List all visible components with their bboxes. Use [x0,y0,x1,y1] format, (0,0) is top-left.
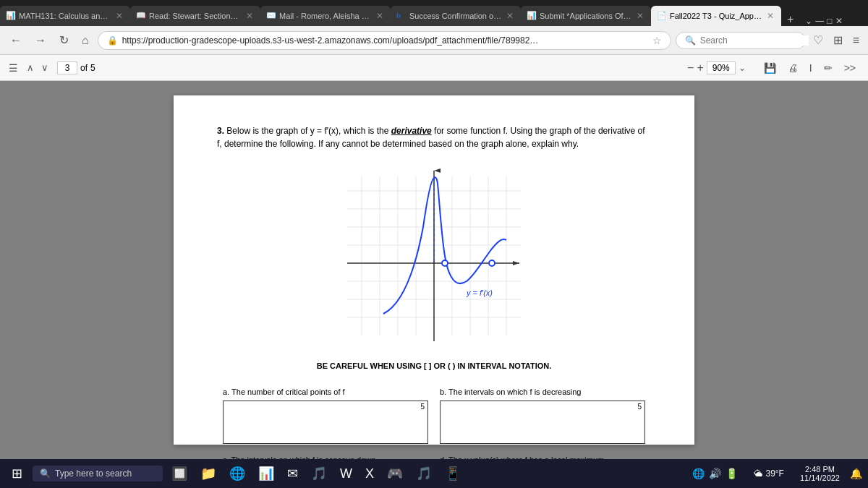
notification-button[interactable]: 🔔 [850,468,862,479]
search-bar[interactable]: 🔍 [676,32,806,49]
minimize-icon[interactable]: — [815,16,824,26]
tab-icon-submit: 📊 [527,11,537,21]
zoom-controls: − + ⌄ [687,61,746,74]
svg-point-22 [489,260,495,266]
taskbar-word-icon[interactable]: W [336,463,357,484]
temperature-label: 39°F [765,468,783,479]
tab-overflow: ⌄ — □ ✕ [799,16,848,26]
tab-close-success[interactable]: ✕ [505,11,515,21]
tab-title-success: Success Confirmation of Que… [409,12,502,20]
cursor-tool-button[interactable]: I [806,60,816,76]
forward-button[interactable]: → [30,31,51,50]
tab-icon-read: 📖 [136,11,146,21]
battery-icon[interactable]: 🔋 [726,468,738,479]
zoom-out-button[interactable]: − [687,61,694,74]
tab-mail[interactable]: ✉️ Mail - Romero, Aleisha Noel ✕ [260,6,391,26]
tab-close-fall2022[interactable]: ✕ [765,11,775,21]
browser-menu-icon[interactable]: ≡ [850,31,862,50]
refresh-button[interactable]: ↻ [55,30,73,50]
next-page-button[interactable]: ∨ [38,61,51,74]
current-page-input[interactable] [57,61,77,74]
taskbar-mail-icon[interactable]: ✉ [283,463,302,484]
more-tools-button[interactable]: >> [841,60,859,76]
taskbar-edge-icon[interactable]: 🌐 [225,463,250,484]
network-icon[interactable]: 🌐 [692,468,705,479]
close-window-icon[interactable]: ✕ [835,16,843,26]
prev-page-button[interactable]: ∧ [24,61,37,74]
search-icon: 🔍 [685,35,696,46]
tab-success[interactable]: b Success Confirmation of Que… ✕ [391,6,521,26]
score-b: 5 [441,401,644,412]
tab-close-math131[interactable]: ✕ [114,11,124,21]
derivative-graph: y = f′(x) [340,162,528,350]
tab-icon-success: b [396,11,407,21]
tab-title-submit: Submit *Applications Of Der… [540,12,632,20]
taskbar-cortana-icon[interactable]: 🔲 [167,463,192,484]
lock-icon: 🔒 [107,35,118,46]
page-info: of 5 [57,61,95,74]
weather-widget[interactable]: 🌥 39°F [748,468,789,479]
answer-section-a: a. The number of critical points of f 5 [217,382,434,450]
home-button[interactable]: ⌂ [77,31,93,50]
taskbar-spotify-icon[interactable]: 🎵 [307,463,331,484]
print-button[interactable]: 🖨 [784,60,801,76]
search-input[interactable] [700,35,809,46]
toolbar-right: 💾 🖨 I ✏ >> [760,60,859,76]
sidebar-toggle-button[interactable]: ☰ [9,62,18,74]
weather-icon: 🌥 [754,468,762,479]
zoom-input[interactable] [707,61,736,74]
zoom-dropdown-button[interactable]: ⌄ [739,63,746,73]
system-tray: 🌐 🔊 🔋 [686,468,744,479]
tab-fall2022[interactable]: 📄 Fall2022 T3 - Quiz_Application_of… ✕ [651,6,781,26]
taskbar-files-icon[interactable]: 📁 [196,463,221,484]
answer-grid: a. The number of critical points of f 5 … [217,382,651,459]
question-intro: Below is the graph of y = f′(x), which i… [226,126,388,136]
tab-close-submit[interactable]: ✕ [635,11,645,21]
zoom-in-button[interactable]: + [697,61,703,74]
graph-label: y = f′(x) [466,288,493,297]
datetime-display[interactable]: 2:48 PM 11/14/2022 [794,465,846,482]
tab-close-read[interactable]: ✕ [244,11,255,21]
volume-icon[interactable]: 🔊 [709,468,721,479]
pdf-page: 3. Below is the graph of y = f′(x), whic… [174,95,694,445]
tab-icon-mail: ✉️ [266,11,276,21]
tab-bar: 📊 MATH131: Calculus and Anal… ✕ 📖 Read: … [0,0,868,26]
nav-right-icons: ♡ ⊞ ≡ [810,30,862,50]
tab-icon-fall2022: 📄 [657,11,667,21]
taskbar: ⊞ 🔍 Type here to search 🔲 📁 🌐 📊 ✉ 🎵 W X … [0,459,868,488]
new-tab-button[interactable]: + [781,13,799,26]
collections-icon[interactable]: ⊞ [830,30,846,50]
back-button[interactable]: ← [6,31,26,50]
tab-close-mail[interactable]: ✕ [375,11,385,21]
save-button[interactable]: 💾 [760,60,780,76]
favorites-icon[interactable]: ♡ [810,30,826,50]
svg-point-21 [442,260,448,266]
taskbar-powerpoint-icon[interactable]: 📊 [254,463,278,484]
tab-submit[interactable]: 📊 Submit *Applications Of Der… ✕ [521,6,651,26]
taskbar-app1-icon[interactable]: 🎮 [383,463,407,484]
address-bar[interactable]: 🔒 https://production-gradescope-uploads.… [98,31,671,50]
tab-math131[interactable]: 📊 MATH131: Calculus and Anal… ✕ [0,6,130,26]
page-of-label: of [80,63,88,73]
score-a: 5 [224,401,427,412]
question-text: 3. Below is the graph of y = f′(x), whic… [217,124,651,150]
answer-section-b: b. The intervals on which f is decreasin… [434,382,651,450]
nav-bar: ← → ↻ ⌂ 🔒 https://production-gradescope-… [0,26,868,55]
start-button[interactable]: ⊞ [6,463,28,484]
part-b-label: b. The intervals on which f is decreasin… [440,388,645,396]
tab-title-read: Read: Stewart: Sections 5.1-… [149,12,242,20]
taskbar-search[interactable]: 🔍 Type here to search [33,466,163,481]
taskbar-excel-icon[interactable]: X [361,463,378,484]
annotate-button[interactable]: ✏ [820,60,836,76]
bookmark-icon[interactable]: ☆ [652,35,662,46]
taskbar-app3-icon[interactable]: 📱 [441,463,465,484]
tab-read[interactable]: 📖 Read: Stewart: Sections 5.1-… ✕ [130,6,260,26]
url-text: https://production-gradescope-uploads.s3… [122,35,648,46]
pdf-content-area: 3. Below is the graph of y = f′(x), whic… [0,81,868,459]
maximize-icon[interactable]: □ [827,16,832,26]
answer-section-d: d. The x value(s) where f has a local ma… [434,450,651,459]
total-pages-label: 5 [90,63,95,73]
taskbar-app2-icon[interactable]: 🎵 [412,463,436,484]
chevron-down-icon[interactable]: ⌄ [805,16,812,26]
graph-container: y = f′(x) [217,162,651,350]
